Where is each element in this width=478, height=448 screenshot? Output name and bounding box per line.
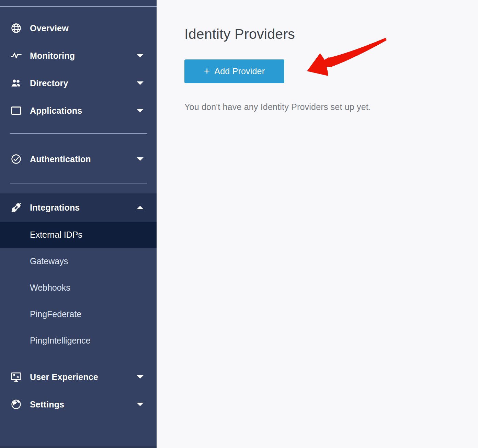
sidebar-subitem-pingfederate[interactable]: PingFederate [0,301,157,327]
sidebar-item-label: Authentication [30,154,91,164]
chevron-down-icon [137,157,144,161]
sidebar-item-label: Applications [30,106,82,116]
chevron-down-icon [137,109,144,112]
sidebar-item-settings[interactable]: Settings [0,391,157,418]
chevron-down-icon [137,81,144,85]
chevron-down-icon [137,375,144,379]
chevron-up-icon [137,206,144,209]
sidebar-bottom-edge [0,446,157,448]
sidebar-item-monitoring[interactable]: Monitoring [0,42,157,69]
sidebar-subitem-label: External IDPs [30,230,82,240]
sidebar-top-divider [0,6,157,7]
sidebar-subitem-label: PingFederate [30,309,81,319]
sidebar-subitem-label: Webhooks [30,283,70,293]
sidebar-item-authentication[interactable]: Authentication [0,145,157,173]
sidebar-subitem-gateways[interactable]: Gateways [0,248,157,275]
plus-icon: + [204,65,210,77]
sidebar-item-label: Integrations [30,203,80,213]
chevron-down-icon [137,54,144,57]
sidebar-item-label: Monitoring [30,51,75,61]
empty-state-text: You don't have any Identity Providers se… [184,102,371,112]
add-provider-button-label: Add Provider [214,66,265,76]
sidebar-subitem-label: Gateways [30,256,68,266]
chevron-down-icon [137,403,144,406]
sidebar-item-label: Directory [30,78,68,88]
check-circle-icon [10,153,22,165]
sidebar-divider [10,133,147,134]
sidebar-item-directory[interactable]: Directory [0,69,157,97]
sidebar-item-user-experience[interactable]: User Experience [0,363,157,391]
sidebar-subitem-label: PingIntelligence [30,336,91,346]
sidebar-item-label: User Experience [30,372,98,382]
globe-outline-icon [10,22,22,34]
app-window-icon [10,104,22,117]
sidebar-item-integrations[interactable]: Integrations [0,193,157,222]
page-title: Identity Providers [184,26,295,42]
plugs-icon [10,201,22,214]
sidebar-divider [10,183,147,183]
monitor-icon [10,371,22,383]
people-icon [10,77,22,89]
earth-icon [10,398,22,411]
activity-pulse-icon [10,49,22,62]
sidebar-item-label: Settings [30,400,64,410]
sidebar: Overview Monitoring Directory [0,0,157,448]
sidebar-subitem-webhooks[interactable]: Webhooks [0,275,157,301]
sidebar-item-overview[interactable]: Overview [0,14,157,42]
main-content: Identity Providers + Add Provider You do… [157,0,478,448]
sidebar-item-applications[interactable]: Applications [0,97,157,124]
sidebar-subitem-pingintelligence[interactable]: PingIntelligence [0,327,157,354]
sidebar-item-label: Overview [30,23,69,33]
sidebar-subitem-external-idps[interactable]: External IDPs [0,222,157,248]
add-provider-button[interactable]: + Add Provider [184,59,284,83]
